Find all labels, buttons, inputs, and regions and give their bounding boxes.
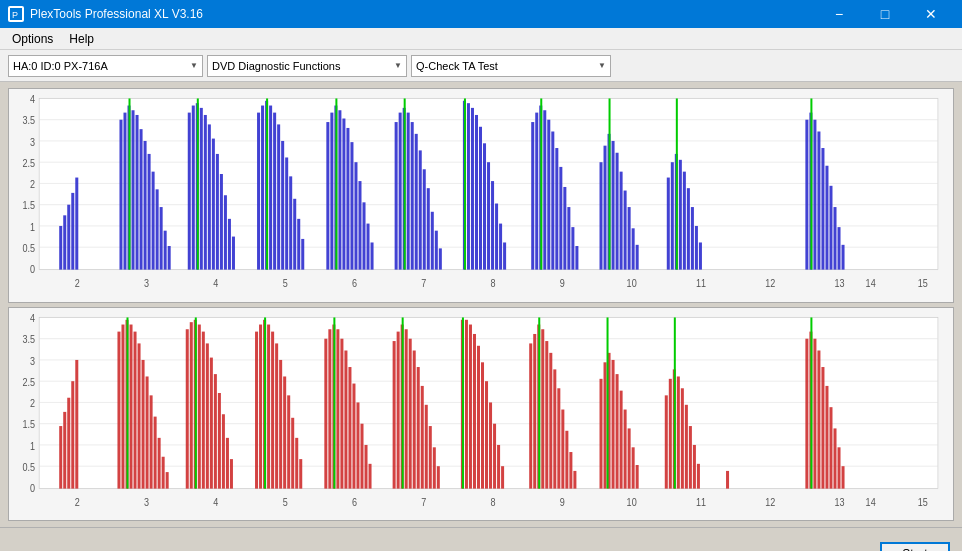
svg-rect-49	[224, 195, 227, 269]
svg-text:2: 2	[30, 178, 35, 190]
svg-text:2.5: 2.5	[23, 157, 36, 169]
svg-rect-26	[75, 178, 78, 270]
top-chart: 4 3.5 3 2.5 2 1.5 1 0.5 0	[8, 88, 954, 303]
drive-selector[interactable]: HA:0 ID:0 PX-716A ▼	[8, 55, 203, 77]
svg-text:P: P	[12, 10, 18, 20]
svg-rect-277	[616, 374, 619, 489]
svg-rect-109	[571, 227, 574, 270]
svg-text:14: 14	[866, 278, 877, 290]
svg-rect-84	[427, 188, 430, 269]
svg-rect-259	[497, 444, 500, 488]
start-button[interactable]: Start	[880, 542, 950, 552]
svg-rect-120	[636, 245, 639, 270]
svg-rect-289	[689, 426, 692, 489]
svg-rect-221	[283, 376, 286, 488]
svg-rect-107	[563, 187, 566, 270]
svg-rect-193	[134, 331, 137, 488]
svg-rect-284	[669, 378, 672, 488]
svg-rect-234	[356, 402, 359, 488]
svg-rect-40	[188, 113, 191, 270]
svg-rect-43	[200, 108, 203, 270]
svg-text:2: 2	[75, 278, 80, 290]
svg-rect-266	[549, 352, 552, 488]
svg-rect-254	[477, 345, 480, 488]
svg-rect-227	[328, 329, 331, 488]
svg-rect-32	[140, 129, 143, 269]
svg-text:0.5: 0.5	[23, 242, 36, 254]
svg-rect-60	[289, 176, 292, 269]
svg-rect-135	[825, 166, 828, 270]
svg-text:4: 4	[213, 278, 218, 290]
svg-rect-290	[693, 444, 696, 488]
test-selector[interactable]: Q-Check TA Test ▼	[411, 55, 611, 77]
svg-rect-51	[232, 237, 235, 270]
svg-rect-282	[636, 465, 639, 489]
svg-text:4: 4	[30, 93, 35, 105]
test-dropdown-arrow: ▼	[598, 61, 606, 70]
svg-text:3.5: 3.5	[23, 115, 36, 127]
svg-rect-291	[697, 463, 700, 488]
svg-rect-132	[813, 120, 816, 270]
svg-rect-243	[413, 350, 416, 488]
svg-rect-117	[624, 191, 627, 270]
svg-text:4: 4	[213, 496, 218, 508]
svg-text:3: 3	[144, 496, 149, 508]
svg-rect-37	[160, 207, 163, 270]
close-button[interactable]: ✕	[908, 0, 954, 28]
svg-rect-126	[687, 188, 690, 269]
svg-rect-116	[620, 172, 623, 270]
svg-text:3: 3	[30, 136, 35, 148]
svg-rect-75	[371, 242, 374, 269]
svg-rect-299	[829, 407, 832, 488]
menu-options[interactable]: Options	[4, 30, 61, 48]
svg-rect-186	[67, 397, 70, 488]
svg-rect-122	[671, 162, 674, 269]
bottom-panel: Jitter: 5 Peak Shift:	[0, 527, 962, 551]
svg-rect-58	[281, 141, 284, 270]
svg-text:5: 5	[283, 278, 288, 290]
svg-rect-273	[600, 378, 603, 488]
svg-rect-86	[435, 231, 438, 270]
svg-rect-90	[471, 108, 474, 270]
svg-rect-239	[397, 331, 400, 488]
svg-text:6: 6	[352, 278, 357, 290]
svg-rect-260	[501, 466, 504, 488]
svg-rect-245	[421, 385, 424, 488]
svg-text:13: 13	[834, 496, 845, 508]
svg-rect-269	[561, 409, 564, 488]
svg-rect-133	[817, 132, 820, 270]
svg-rect-301	[838, 447, 841, 488]
svg-text:1: 1	[30, 439, 35, 451]
svg-rect-165	[39, 317, 938, 488]
svg-rect-225	[299, 459, 302, 489]
function-selector[interactable]: DVD Diagnostic Functions ▼	[207, 55, 407, 77]
maximize-button[interactable]: □	[862, 0, 908, 28]
svg-rect-276	[612, 359, 615, 488]
svg-rect-79	[407, 113, 410, 270]
svg-rect-65	[330, 113, 333, 270]
svg-rect-241	[405, 329, 408, 488]
svg-rect-99	[531, 122, 534, 270]
svg-rect-195	[142, 359, 145, 488]
svg-rect-293	[805, 338, 808, 488]
svg-text:2: 2	[75, 496, 80, 508]
svg-rect-200	[162, 456, 165, 488]
svg-rect-255	[481, 362, 484, 488]
svg-rect-249	[437, 466, 440, 488]
svg-rect-67	[338, 110, 341, 269]
svg-rect-242	[409, 338, 412, 488]
svg-rect-47	[216, 154, 219, 270]
svg-rect-92	[479, 127, 482, 270]
minimize-button[interactable]: −	[816, 0, 862, 28]
svg-rect-256	[485, 381, 488, 488]
svg-text:14: 14	[866, 496, 877, 508]
svg-rect-100	[535, 113, 538, 270]
svg-rect-89	[467, 103, 470, 269]
svg-rect-139	[842, 245, 845, 270]
svg-rect-30	[132, 110, 135, 269]
menu-help[interactable]: Help	[61, 30, 102, 48]
svg-rect-298	[825, 385, 828, 488]
svg-rect-27	[119, 120, 122, 270]
svg-rect-235	[360, 423, 363, 488]
svg-rect-129	[699, 242, 702, 269]
